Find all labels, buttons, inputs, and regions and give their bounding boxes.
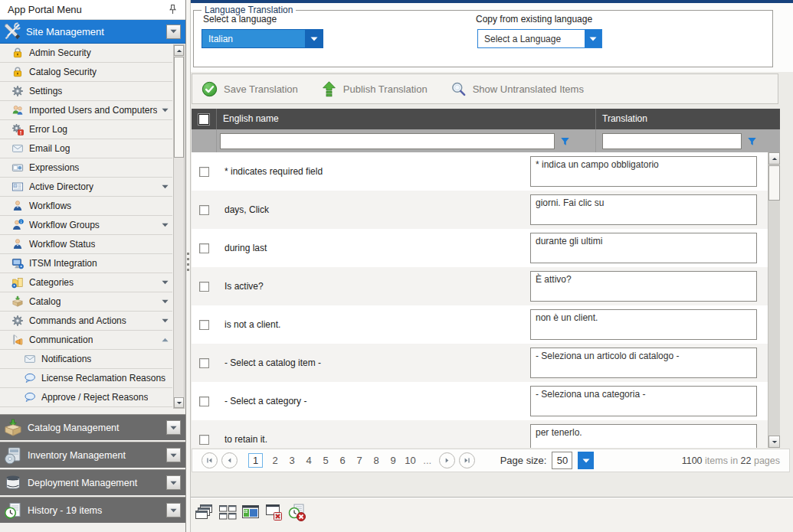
page-size-value[interactable]: 50 [552,452,572,469]
prev-page-button[interactable] [221,452,238,468]
translation-textarea[interactable] [530,424,757,448]
sidebar-item-workflow-groups[interactable]: Workflow Groups [0,216,172,235]
sidebar-section-catalog-management[interactable]: Catalog Management [0,414,185,440]
sidebar-item-commands-and-actions[interactable]: Commands and Actions [0,312,172,331]
language-select[interactable]: Italian [202,29,323,48]
row-checkbox[interactable] [199,435,209,445]
page-number-8[interactable]: 8 [371,455,382,466]
sidebar-item-workflow-status[interactable]: Workflow Status [0,235,172,254]
clear-history-icon[interactable] [286,501,307,523]
language-select-value[interactable]: Italian [202,30,305,47]
row-checkbox[interactable] [199,243,209,253]
page-number-9[interactable]: 9 [388,455,398,466]
page-number-10[interactable]: 10 [405,455,415,466]
scroll-down-button[interactable] [768,436,780,448]
show-untranslated-button[interactable]: Show Untranslated Items [451,81,584,97]
chevron-down-icon[interactable] [578,452,594,469]
translation-textarea[interactable] [530,271,757,302]
page-number-3[interactable]: 3 [287,455,297,466]
page-number-2[interactable]: 2 [270,455,280,466]
scrollbar-thumb[interactable] [768,165,780,201]
section-expand-button[interactable] [166,420,181,435]
row-checkbox[interactable] [199,205,209,215]
page-number-1[interactable]: 1 [248,453,263,468]
column-header-translation[interactable]: Translation [596,109,780,129]
sidebar-item-catalog-security[interactable]: Catalog Security [0,63,172,82]
sidebar-item-catalog[interactable]: Catalog [0,292,172,312]
scroll-down-button[interactable] [174,397,184,408]
translation-textarea[interactable] [530,194,757,225]
translation-textarea[interactable] [530,309,757,340]
page-number-4[interactable]: 4 [303,455,314,466]
section-expand-button[interactable] [166,448,181,462]
sidebar-item-error-log[interactable]: Error Log [0,120,172,139]
chevron-down-icon[interactable] [162,108,169,113]
sidebar-scrollbar[interactable] [173,44,185,409]
sidebar-section-deployment-management[interactable]: Deployment Management [0,469,185,495]
panel-view-icon[interactable] [240,501,261,523]
sidebar-section-site-management[interactable]: Site Management [0,20,185,44]
scroll-up-button[interactable] [768,152,780,165]
publish-translation-label: Publish Translation [343,83,428,95]
row-checkbox[interactable] [199,167,209,177]
column-header-english[interactable]: English name [217,109,596,129]
sidebar-section-inventory-management[interactable]: Inventory Management [0,442,185,468]
sidebar-item-email-log[interactable]: Email Log [0,139,172,158]
filter-funnel-icon[interactable] [747,136,757,146]
page-number-5[interactable]: 5 [320,455,331,466]
sidebar-item-imported-users-and-computers[interactable]: Imported Users and Computers [0,101,172,120]
sidebar-item-notifications[interactable]: Notifications [0,350,172,369]
section-collapse-button[interactable] [166,24,181,39]
sidebar-item-communication[interactable]: Communication [0,331,172,350]
tile-windows-icon[interactable] [217,501,238,523]
translation-filter-input[interactable] [602,133,742,149]
chevron-down-icon[interactable] [585,30,601,47]
scroll-up-button[interactable] [174,45,184,56]
filter-funnel-icon[interactable] [560,136,570,146]
row-checkbox[interactable] [199,397,209,406]
row-checkbox[interactable] [199,358,209,368]
sidebar-item-categories[interactable]: Categories [0,273,172,292]
chevron-down-icon[interactable] [162,184,169,189]
pin-icon[interactable] [168,4,178,15]
chevron-down-icon[interactable] [162,318,169,323]
last-page-button[interactable] [459,452,475,468]
row-checkbox[interactable] [199,320,209,330]
chevron-down-icon[interactable] [305,30,323,47]
chevron-down-icon[interactable] [162,299,169,304]
next-page-button[interactable] [439,452,455,468]
table-scrollbar[interactable] [768,152,780,448]
close-window-icon[interactable] [263,501,284,523]
page-ellipsis[interactable]: ... [422,455,433,466]
chevron-up-icon[interactable] [162,338,169,342]
copy-language-select-value[interactable]: Select a Language [478,30,585,47]
sidebar-item-approve-reject-reasons[interactable]: Approve / Reject Reasons [0,388,172,407]
select-all-checkbox[interactable] [198,114,209,125]
page-number-6[interactable]: 6 [337,455,348,466]
section-expand-button[interactable] [166,503,181,517]
cascade-windows-icon[interactable] [194,501,215,523]
translation-textarea[interactable] [530,233,757,263]
sidebar-item-expressions[interactable]: Expressions [0,158,172,178]
page-number-7[interactable]: 7 [354,455,365,466]
sidebar-item-settings[interactable]: Settings [0,82,172,101]
sidebar-item-workflows[interactable]: Workflows [0,197,172,216]
sidebar-item-itsm-integration[interactable]: ITSM Integration [0,254,172,273]
chevron-down-icon[interactable] [162,223,169,227]
copy-language-select[interactable]: Select a Language [477,29,602,48]
translation-textarea[interactable] [530,386,757,416]
english-filter-input[interactable] [220,133,555,149]
sidebar-section-history-19-items[interactable]: History - 19 items [0,497,185,523]
section-expand-button[interactable] [166,475,181,490]
sidebar-item-active-directory[interactable]: Active Directory [0,178,172,197]
translation-textarea[interactable] [530,348,757,378]
first-page-button[interactable] [202,452,218,468]
translation-textarea[interactable] [530,156,757,187]
row-checkbox[interactable] [199,282,209,292]
save-translation-button[interactable]: Save Translation [202,81,298,97]
scrollbar-thumb[interactable] [174,57,184,158]
sidebar-item-license-reclamation-reasons[interactable]: License Reclamation Reasons [0,369,172,388]
sidebar-item-admin-security[interactable]: Admin Security [0,44,172,63]
publish-translation-button[interactable]: Publish Translation [321,81,428,97]
chevron-down-icon[interactable] [162,280,169,285]
